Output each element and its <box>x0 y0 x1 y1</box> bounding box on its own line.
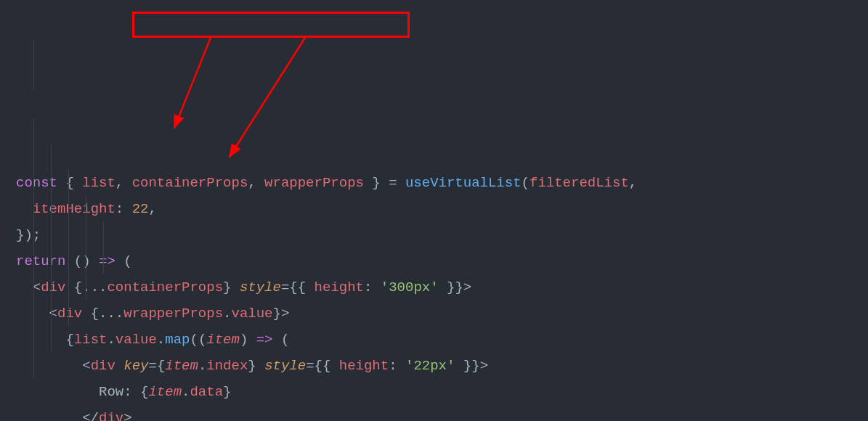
code-line: <div {...wrapperProps.value}> <box>16 306 289 322</box>
code-line: }); <box>16 227 41 243</box>
code-line: </div> <box>16 410 132 421</box>
code-line: <div key={item.index} style={{ height: '… <box>16 358 488 374</box>
code-line: const { list, containerProps, wrapperPro… <box>16 175 646 191</box>
code-line: Row: {item.data} <box>16 384 231 400</box>
code-block[interactable]: const { list, containerProps, wrapperPro… <box>0 0 868 421</box>
code-line: {list.value.map((item) => ( <box>16 332 289 348</box>
code-line: <div {...containerProps} style={{ height… <box>16 279 471 295</box>
